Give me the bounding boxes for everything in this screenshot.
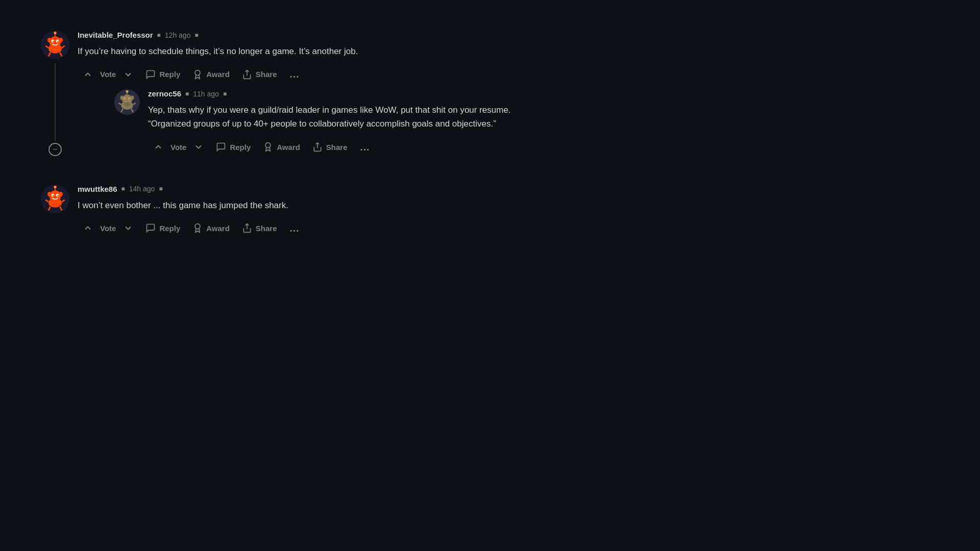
dot-2a: ■ xyxy=(121,185,125,192)
svg-point-28 xyxy=(126,90,129,93)
vote-label-2[interactable]: Vote xyxy=(100,221,116,236)
award-button-2[interactable]: Award xyxy=(187,220,235,236)
comment-2-body: I won’t even bother ... this game has ju… xyxy=(78,198,674,212)
timestamp-2: 14h ago xyxy=(129,185,155,193)
share-button-reply1[interactable]: Share xyxy=(307,139,353,155)
svg-point-33 xyxy=(265,143,271,148)
reply-section-1: zernoc56 ■ 11h ago ■ Yep, thats why if y… xyxy=(114,89,674,156)
vote-label-1[interactable]: Vote xyxy=(100,67,116,82)
upvote-button-1[interactable] xyxy=(78,66,98,83)
avatar-mwuttke86 xyxy=(41,185,69,213)
comment-1-body: If you’re having to schedule things, it’… xyxy=(78,44,674,58)
reply-icon-reply1 xyxy=(216,142,226,152)
comment-2-actions: Vote Reply Award xyxy=(78,219,674,237)
collapse-icon-1: − xyxy=(53,145,57,154)
upvote-icon-reply1 xyxy=(153,142,163,152)
award-icon-2 xyxy=(192,223,203,233)
thread-line-1 xyxy=(55,63,56,141)
snoo-icon-1 xyxy=(41,31,69,59)
comment-1-left: − xyxy=(41,31,69,156)
collapse-button-1[interactable]: − xyxy=(48,143,62,156)
dot-reply1a: ■ xyxy=(185,90,189,97)
reply-1-body: Yep, thats why if you were a guild/raid … xyxy=(148,103,674,131)
comment-2-left xyxy=(41,185,69,237)
more-button-reply1[interactable]: … xyxy=(355,138,376,156)
vote-label-reply1[interactable]: Vote xyxy=(170,140,186,155)
upvote-button-2[interactable] xyxy=(78,220,98,236)
comment-2-header: mwuttke86 ■ 14h ago ■ xyxy=(78,185,674,193)
comment-1: − Inevitable_Professor ■ 12h ago ■ If yo… xyxy=(41,31,674,156)
svg-point-7 xyxy=(53,41,54,42)
upvote-button-reply1[interactable] xyxy=(148,139,168,155)
reply-button-1[interactable]: Reply xyxy=(140,66,185,83)
comment-2-right: mwuttke86 ■ 14h ago ■ I won’t even bothe… xyxy=(78,185,674,237)
share-icon-2 xyxy=(242,223,252,233)
separator-1 xyxy=(41,168,674,185)
share-icon-1 xyxy=(242,69,252,80)
svg-point-51 xyxy=(195,224,200,229)
reply-1-content: zernoc56 ■ 11h ago ■ Yep, thats why if y… xyxy=(148,89,674,156)
svg-point-25 xyxy=(125,98,126,100)
svg-point-3 xyxy=(47,38,51,42)
downvote-button-1[interactable] xyxy=(118,66,138,83)
more-button-1[interactable]: … xyxy=(284,65,306,83)
downvote-icon-reply1 xyxy=(193,142,204,152)
svg-point-26 xyxy=(129,98,131,100)
reply-1-header: zernoc56 ■ 11h ago ■ xyxy=(148,89,674,98)
username-2: mwuttke86 xyxy=(78,185,117,193)
share-button-2[interactable]: Share xyxy=(237,220,282,236)
comments-container: − Inevitable_Professor ■ 12h ago ■ If yo… xyxy=(0,0,715,280)
svg-point-16 xyxy=(195,70,200,75)
dot-2b: ■ xyxy=(159,185,162,192)
svg-point-21 xyxy=(120,96,124,100)
reply-icon-2 xyxy=(145,223,156,233)
svg-point-22 xyxy=(131,96,134,100)
downvote-button-reply1[interactable] xyxy=(188,139,209,155)
comment-1-right: Inevitable_Professor ■ 12h ago ■ If you’… xyxy=(78,31,674,156)
comment-1-header: Inevitable_Professor ■ 12h ago ■ xyxy=(78,31,674,39)
svg-point-11 xyxy=(54,32,56,34)
reply-icon-1 xyxy=(145,69,156,80)
downvote-icon-1 xyxy=(123,69,133,80)
timestamp-reply1: 11h ago xyxy=(193,90,219,98)
timestamp-1: 12h ago xyxy=(165,31,191,39)
dot-1b: ■ xyxy=(194,32,198,39)
comment-1-actions: Vote Reply Award xyxy=(78,65,674,83)
reply-1-actions: Vote Reply xyxy=(148,138,674,156)
svg-point-43 xyxy=(57,195,59,196)
username-reply1: zernoc56 xyxy=(148,89,181,98)
upvote-icon-1 xyxy=(83,69,93,80)
downvote-button-2[interactable] xyxy=(118,220,138,236)
reply-button-reply1[interactable]: Reply xyxy=(211,139,256,155)
snoo-icon-2 xyxy=(41,185,69,213)
downvote-icon-2 xyxy=(123,223,133,233)
award-icon-reply1 xyxy=(263,142,273,152)
upvote-icon-2 xyxy=(83,223,93,233)
award-button-1[interactable]: Award xyxy=(187,66,235,83)
svg-point-8 xyxy=(57,41,59,42)
award-icon-1 xyxy=(192,69,203,80)
snoo-icon-reply1 xyxy=(114,89,140,115)
svg-point-37 xyxy=(50,190,61,202)
comment-2: mwuttke86 ■ 14h ago ■ I won’t even bothe… xyxy=(41,185,674,237)
reply-button-2[interactable]: Reply xyxy=(140,220,185,236)
dot-reply1b: ■ xyxy=(223,90,227,97)
avatar-zernoc56 xyxy=(114,89,140,115)
share-icon-reply1 xyxy=(312,142,323,152)
svg-point-38 xyxy=(47,192,51,196)
more-button-2[interactable]: … xyxy=(284,219,306,237)
username-1: Inevitable_Professor xyxy=(78,31,153,39)
svg-point-46 xyxy=(54,186,56,188)
svg-point-42 xyxy=(53,195,54,196)
svg-point-4 xyxy=(59,38,62,42)
svg-point-39 xyxy=(59,192,62,196)
award-button-reply1[interactable]: Award xyxy=(258,139,305,155)
share-button-1[interactable]: Share xyxy=(237,66,282,83)
svg-point-2 xyxy=(50,36,61,47)
avatar-inevitable-professor xyxy=(41,31,69,59)
dot-1a: ■ xyxy=(157,32,161,39)
